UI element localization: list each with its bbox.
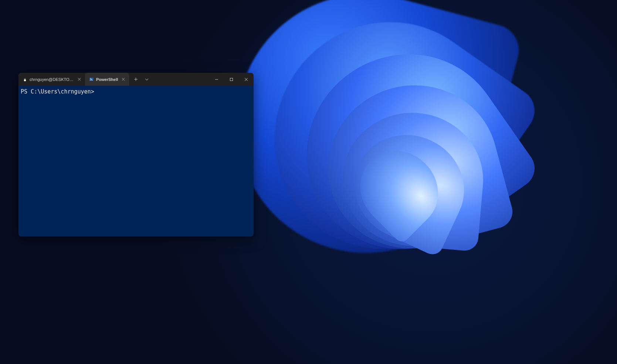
close-window-button[interactable] [239, 73, 254, 86]
minimize-icon [215, 78, 218, 81]
close-icon [78, 78, 81, 81]
svg-point-1 [24, 79, 26, 81]
tab-label: chrnguyen@DESKTOP-LT7NSCG: ~ [30, 77, 74, 82]
close-icon [244, 78, 248, 81]
close-icon [122, 78, 125, 81]
tab-label: PowerShell [96, 77, 118, 82]
maximize-icon [230, 78, 233, 81]
powershell-icon [89, 77, 94, 82]
wsl-tux-icon [22, 77, 27, 82]
windows-terminal-window: chrnguyen@DESKTOP-LT7NSCG: ~ Pow [18, 73, 254, 237]
tab-wsl[interactable]: chrnguyen@DESKTOP-LT7NSCG: ~ [18, 73, 85, 86]
window-controls [209, 73, 254, 86]
svg-point-6 [24, 79, 25, 79]
tab-dropdown-button[interactable] [142, 74, 152, 85]
titlebar-drag-region[interactable] [152, 73, 209, 86]
terminal-content[interactable]: PS C:\Users\chrnguyen> [18, 86, 254, 237]
titlebar[interactable]: chrnguyen@DESKTOP-LT7NSCG: ~ Pow [18, 73, 254, 86]
tabs-area: chrnguyen@DESKTOP-LT7NSCG: ~ Pow [18, 73, 129, 86]
prompt: PS C:\Users\chrnguyen> [21, 88, 94, 95]
svg-rect-7 [230, 78, 233, 81]
svg-point-4 [24, 79, 24, 79]
chevron-down-icon [145, 78, 149, 81]
tab-powershell[interactable]: PowerShell [85, 73, 129, 86]
tab-close-button[interactable] [120, 76, 126, 82]
new-tab-button[interactable] [130, 74, 141, 85]
svg-point-5 [25, 79, 26, 79]
maximize-button[interactable] [224, 73, 239, 86]
tab-controls [129, 73, 152, 86]
tab-close-button[interactable] [76, 76, 82, 82]
plus-icon [134, 77, 138, 81]
minimize-button[interactable] [209, 73, 224, 86]
